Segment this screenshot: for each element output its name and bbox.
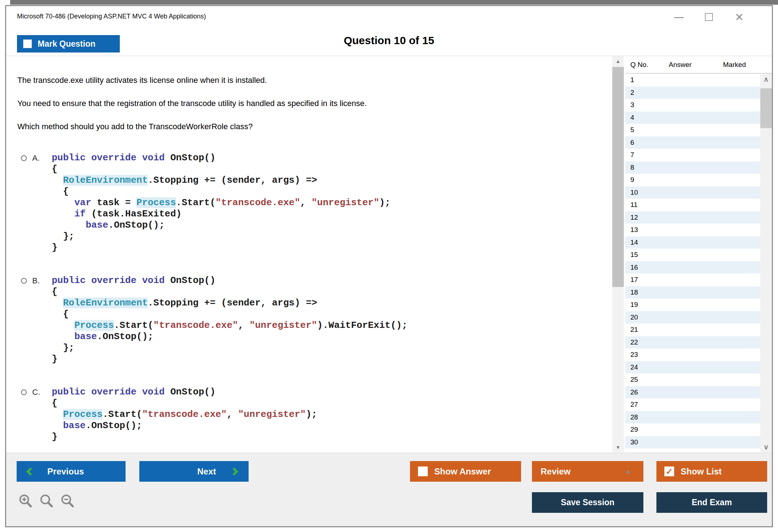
code-line: { <box>52 286 407 297</box>
zoom-out-icon[interactable] <box>60 494 75 509</box>
question-list-row[interactable]: 26 <box>625 386 760 399</box>
answer-option-c: C.public override void OnStop(){ Process… <box>17 387 612 443</box>
close-button[interactable]: ✕ <box>732 10 747 24</box>
question-list-row[interactable]: 9 <box>625 174 760 186</box>
question-list-row[interactable]: 3 <box>625 99 760 111</box>
scroll-down-icon[interactable]: ▼ <box>612 442 624 452</box>
question-list-row[interactable]: 14 <box>625 236 760 249</box>
question-list-row[interactable]: 25 <box>625 373 760 386</box>
review-label: Review <box>541 466 571 477</box>
question-list-row[interactable]: 5 <box>625 124 760 136</box>
question-list-row[interactable]: 21 <box>625 324 760 336</box>
question-list-scrollbar[interactable]: ∧ ∨ <box>760 74 772 452</box>
previous-button[interactable]: Previous <box>17 461 126 482</box>
qno-cell: 16 <box>625 263 664 271</box>
question-list-panel: Q No. Answer Marked 12345678910111213141… <box>625 56 772 452</box>
option-label: C. <box>32 388 47 397</box>
qno-cell: 29 <box>625 426 664 434</box>
question-list-row[interactable]: 20 <box>625 311 760 324</box>
question-list-row[interactable]: 24 <box>625 361 760 374</box>
answer-options: A.public override void OnStop(){ RoleEnv… <box>17 152 612 443</box>
maximize-icon <box>705 13 713 21</box>
question-list-scroll-track[interactable] <box>760 85 772 442</box>
triangle-up-icon: ▲ <box>625 468 631 475</box>
question-list-row[interactable]: 30 <box>625 436 760 449</box>
code-line: } <box>52 431 317 443</box>
question-list-row[interactable]: 28 <box>625 411 760 424</box>
show-answer-checkbox[interactable] <box>418 466 428 476</box>
question-list-row[interactable]: 19 <box>625 299 760 311</box>
show-list-checkbox[interactable]: ✓ <box>664 466 674 476</box>
qno-cell: 25 <box>625 376 664 384</box>
zoom-reset-icon[interactable] <box>39 494 54 509</box>
answer-option-a: A.public override void OnStop(){ RoleEnv… <box>17 152 612 253</box>
question-list-row[interactable]: 15 <box>625 249 760 261</box>
qno-cell: 28 <box>625 413 664 421</box>
question-list-row[interactable]: 12 <box>625 211 760 224</box>
question-list-row[interactable]: 16 <box>625 261 760 274</box>
qno-cell: 24 <box>625 363 664 371</box>
next-label: Next <box>197 466 216 477</box>
question-counter: Question 10 of 15 <box>6 34 772 47</box>
question-list-row[interactable]: 22 <box>625 336 760 349</box>
question-list-row[interactable]: 11 <box>625 199 760 211</box>
footer-bar: Previous Next Show Answer Review ▲ ✓ Sho… <box>6 453 772 526</box>
code-line: RoleEnvironment.Stopping += (sender, arg… <box>52 175 390 186</box>
column-qno: Q No. <box>625 61 669 69</box>
question-list-row[interactable]: 8 <box>625 161 760 174</box>
show-answer-button[interactable]: Show Answer <box>410 461 521 482</box>
close-icon: ✕ <box>735 11 744 24</box>
minimize-button[interactable]: — <box>671 10 686 24</box>
question-list-row[interactable]: 29 <box>625 423 760 436</box>
review-button[interactable]: Review ▲ <box>532 461 643 482</box>
window-title: Microsoft 70-486 (Developing ASP.NET MVC… <box>17 13 206 20</box>
question-list-row[interactable]: 4 <box>625 111 760 124</box>
question-list-header: Q No. Answer Marked <box>625 56 772 73</box>
qno-cell: 7 <box>625 151 664 159</box>
column-marked: Marked <box>723 61 766 69</box>
answer-option-b: B.public override void OnStop(){ RoleEnv… <box>17 275 612 365</box>
scroll-track[interactable] <box>612 66 624 442</box>
qno-cell: 20 <box>625 313 664 321</box>
code-line: } <box>52 354 407 365</box>
code-line: { <box>52 186 390 197</box>
zoom-controls <box>18 494 75 509</box>
chevron-down-icon[interactable]: ∨ <box>760 442 772 452</box>
question-scrollbar[interactable]: ▲ ▼ <box>612 56 624 452</box>
question-list-scroll-thumb[interactable] <box>760 88 772 128</box>
question-list-row[interactable]: 6 <box>625 136 760 149</box>
question-list-row[interactable]: 10 <box>625 186 760 199</box>
option-radio[interactable] <box>21 389 27 395</box>
background-window-strip <box>10 0 778 5</box>
save-session-button[interactable]: Save Session <box>532 492 643 513</box>
code-line: var task = Process.Start("transcode.exe"… <box>52 197 390 208</box>
column-answer: Answer <box>669 61 723 69</box>
code-line: base.OnStop(); <box>52 420 317 431</box>
show-list-button[interactable]: ✓ Show List <box>656 461 767 482</box>
zoom-in-icon[interactable] <box>18 494 33 509</box>
question-paragraph: The transcode.exe utility activates its … <box>17 76 612 85</box>
code-line: } <box>52 242 390 253</box>
question-list-row[interactable]: 18 <box>625 286 760 299</box>
question-list-row[interactable]: 27 <box>625 398 760 411</box>
chevron-up-icon[interactable]: ∧ <box>760 74 772 85</box>
option-radio[interactable] <box>21 278 27 284</box>
question-list-row[interactable]: 7 <box>625 149 760 161</box>
question-list-row[interactable]: 13 <box>625 224 760 236</box>
question-list-row[interactable]: 2 <box>625 86 760 99</box>
maximize-button[interactable] <box>702 10 716 24</box>
next-button[interactable]: Next <box>139 461 249 482</box>
app-window: Microsoft 70-486 (Developing ASP.NET MVC… <box>5 5 773 527</box>
qno-cell: 2 <box>625 89 664 97</box>
option-radio[interactable] <box>21 155 27 161</box>
minimize-icon: — <box>674 12 683 23</box>
question-list-row[interactable]: 17 <box>625 274 760 286</box>
question-list-row[interactable]: 23 <box>625 349 760 361</box>
qno-cell: 27 <box>625 401 664 409</box>
chevron-left-icon <box>26 467 35 476</box>
end-exam-button[interactable]: End Exam <box>656 492 767 513</box>
code-line: base.OnStop(); <box>52 220 390 231</box>
scroll-up-icon[interactable]: ▲ <box>612 56 624 66</box>
scroll-thumb[interactable] <box>612 67 624 287</box>
question-list-row[interactable]: 1 <box>625 74 760 86</box>
